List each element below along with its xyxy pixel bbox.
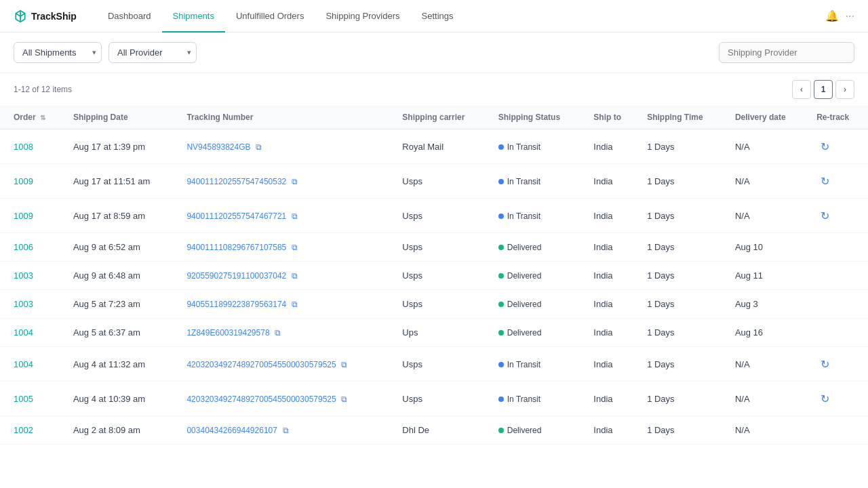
status-badge: In Transit [498, 394, 540, 404]
cell-tracking-number: NV945893824GB ⧉ [178, 129, 394, 164]
copy-tracking-icon[interactable]: ⧉ [283, 426, 289, 435]
provider-filter-wrapper: All Provider USPS Royal Mail UPS DHL ▾ [108, 42, 197, 63]
cell-shipping-date: Aug 17 at 8:59 am [65, 199, 179, 233]
status-dot [498, 144, 504, 150]
status-badge: In Transit [498, 360, 540, 369]
cell-order: 1009 [0, 199, 65, 233]
cell-shipping-date: Aug 9 at 6:48 am [65, 262, 179, 290]
prev-page-button[interactable]: ‹ [792, 80, 811, 99]
th-shipping-carrier: Shipping carrier [394, 106, 490, 129]
tracking-number-link[interactable]: 420320349274892700545500030579525 [186, 360, 336, 369]
cell-ship-to: India [585, 262, 639, 290]
th-order[interactable]: Order ⇅ [0, 106, 65, 129]
retrack-button[interactable]: ↻ [816, 138, 833, 155]
nav-unfulfilled-orders[interactable]: Unfulfilled Orders [225, 1, 315, 33]
status-badge: Delivered [498, 328, 542, 338]
next-page-button[interactable]: › [835, 80, 854, 99]
retrack-button[interactable]: ↻ [816, 390, 833, 407]
cell-status: In Transit [490, 164, 586, 199]
table-row: 1004 Aug 5 at 6:37 am 1Z849E600319429578… [0, 319, 868, 347]
status-badge: In Transit [498, 142, 540, 152]
copy-tracking-icon[interactable]: ⧉ [292, 177, 298, 186]
more-options-icon[interactable]: ··· [846, 10, 854, 22]
order-link[interactable]: 1002 [14, 425, 33, 435]
nav-settings[interactable]: Settings [411, 1, 465, 33]
status-label: Delivered [507, 243, 542, 252]
cell-tracking-number: 00340434266944926107 ⧉ [178, 416, 394, 445]
cell-status: In Transit [490, 129, 586, 164]
table-row: 1005 Aug 4 at 10:39 am 42032034927489270… [0, 382, 868, 416]
tracking-number-link[interactable]: 420320349274892700545500030579525 [186, 394, 336, 404]
copy-tracking-icon[interactable]: ⧉ [275, 328, 281, 338]
cell-order: 1002 [0, 416, 65, 445]
cell-status: Delivered [490, 262, 586, 290]
retrack-button[interactable]: ↻ [816, 356, 833, 372]
cell-shipping-time: 1 Days [639, 290, 727, 319]
status-badge: In Transit [498, 211, 540, 221]
copy-tracking-icon[interactable]: ⧉ [292, 243, 298, 252]
cell-shipping-time: 1 Days [639, 347, 727, 382]
status-label: In Transit [507, 394, 540, 404]
order-link[interactable]: 1008 [14, 142, 33, 152]
tracking-number-link[interactable]: 9400111202557547450532 [186, 177, 286, 186]
order-link[interactable]: 1003 [14, 299, 33, 309]
order-link[interactable]: 1006 [14, 242, 33, 252]
nav-shipments[interactable]: Shipments [162, 1, 225, 33]
cell-shipping-time: 1 Days [639, 129, 727, 164]
chevron-left-icon: ‹ [800, 85, 803, 94]
cell-ship-to: India [585, 233, 639, 262]
cell-retrack [808, 290, 868, 319]
page-1-button[interactable]: 1 [814, 80, 833, 99]
order-link[interactable]: 1009 [14, 211, 33, 221]
tracking-number-link[interactable]: 1Z849E600319429578 [186, 328, 269, 338]
retrack-button[interactable]: ↻ [816, 173, 833, 189]
shipping-provider-search[interactable] [719, 42, 854, 63]
cell-order: 1009 [0, 164, 65, 199]
cell-order: 1006 [0, 233, 65, 262]
cell-ship-to: India [585, 129, 639, 164]
cell-retrack: ↻ [808, 199, 868, 233]
copy-tracking-icon[interactable]: ⧉ [256, 142, 262, 152]
cell-order: 1003 [0, 262, 65, 290]
tracking-number-link[interactable]: NV945893824GB [186, 142, 250, 152]
cell-carrier: Usps [394, 382, 490, 416]
shipment-filter-select[interactable]: All Shipments In Transit Delivered [14, 42, 102, 63]
order-link[interactable]: 1003 [14, 270, 33, 281]
status-label: Delivered [507, 426, 542, 435]
cell-status: In Transit [490, 347, 586, 382]
tracking-number-link[interactable]: 9400111108296767107585 [186, 243, 286, 252]
tracking-number-link[interactable]: 9400111202557547467721 [186, 211, 286, 221]
provider-filter-select[interactable]: All Provider USPS Royal Mail UPS DHL [108, 42, 197, 63]
copy-tracking-icon[interactable]: ⧉ [341, 360, 347, 369]
status-badge: Delivered [498, 300, 542, 309]
cell-delivery-date: N/A [727, 382, 808, 416]
tracking-number-link[interactable]: 9205590275191100037042 [186, 271, 286, 281]
cell-shipping-date: Aug 9 at 6:52 am [65, 233, 179, 262]
order-link[interactable]: 1004 [14, 327, 33, 338]
retrack-button[interactable]: ↻ [816, 207, 833, 224]
cell-order: 1005 [0, 382, 65, 416]
cell-carrier: Usps [394, 233, 490, 262]
cell-delivery-date: N/A [727, 129, 808, 164]
tracking-number-link[interactable]: 9405511899223879563174 [186, 300, 286, 309]
order-link[interactable]: 1005 [14, 394, 33, 404]
cell-tracking-number: 9400111202557547450532 ⧉ [178, 164, 394, 199]
order-link[interactable]: 1009 [14, 176, 33, 186]
copy-tracking-icon[interactable]: ⧉ [292, 271, 298, 281]
copy-tracking-icon[interactable]: ⧉ [341, 394, 347, 404]
status-badge: In Transit [498, 177, 540, 186]
bell-icon[interactable]: 🔔 [825, 9, 839, 22]
cell-ship-to: India [585, 416, 639, 445]
copy-tracking-icon[interactable]: ⧉ [292, 211, 298, 221]
nav-dashboard[interactable]: Dashboard [97, 1, 162, 33]
nav-shipping-providers[interactable]: Shipping Providers [315, 1, 410, 33]
tracking-number-link[interactable]: 00340434266944926107 [186, 426, 277, 435]
status-label: Delivered [507, 328, 542, 338]
cell-tracking-number: 1Z849E600319429578 ⧉ [178, 319, 394, 347]
th-shipping-date: Shipping Date [65, 106, 179, 129]
order-link[interactable]: 1004 [14, 359, 33, 369]
cell-delivery-date: N/A [727, 347, 808, 382]
cell-carrier: Usps [394, 347, 490, 382]
copy-tracking-icon[interactable]: ⧉ [292, 300, 298, 309]
cell-order: 1004 [0, 347, 65, 382]
